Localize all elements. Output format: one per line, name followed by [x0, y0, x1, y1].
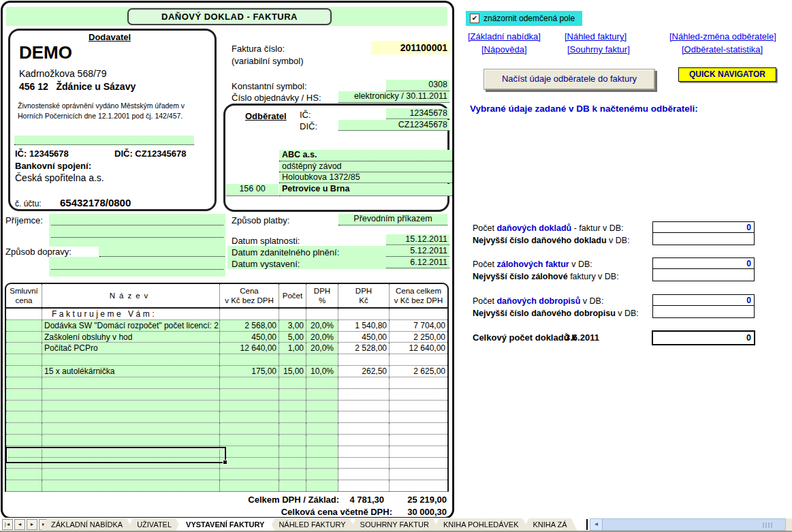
item-price-cell[interactable]	[220, 480, 279, 491]
item-vat-cell[interactable]	[306, 389, 338, 400]
tab-nahled-faktury[interactable]: NÁHLED FAKTURY	[268, 518, 355, 531]
tab-souhrny-faktur[interactable]: SOUHRNY FAKTUR	[350, 518, 439, 531]
customer-dic-field[interactable]: CZ12345678	[338, 120, 449, 131]
contract-price-cell[interactable]	[6, 332, 42, 343]
item-vat-cell[interactable]: 20,0%	[306, 332, 338, 343]
item-price-cell[interactable]	[220, 389, 279, 400]
item-name-cell[interactable]: Zaškolení obsluhy v hod	[42, 332, 220, 343]
item-vat-cell[interactable]: 10,0%	[306, 366, 338, 377]
item-vat-cell[interactable]	[306, 377, 338, 388]
item-vat-cell[interactable]	[306, 480, 338, 491]
contract-price-cell[interactable]	[6, 401, 42, 411]
item-vat-cell[interactable]	[306, 411, 338, 422]
link-invoice-preview[interactable]: [Náhled faktury]	[565, 31, 627, 42]
link-basic-menu[interactable]: [Základní nabídka]	[468, 31, 541, 42]
selected-cell[interactable]	[5, 447, 226, 463]
item-qty-cell[interactable]: 5,00	[279, 332, 306, 343]
scrollbar-grip[interactable]	[763, 522, 773, 528]
contract-price-cell[interactable]	[6, 411, 42, 422]
link-help[interactable]: [Nápověda]	[481, 44, 527, 54]
item-qty-cell[interactable]	[279, 401, 306, 411]
item-qty-cell[interactable]	[279, 446, 306, 457]
customer-ic-field[interactable]: 12345678	[386, 108, 449, 119]
item-qty-cell[interactable]	[279, 458, 306, 469]
next-sheet-button[interactable]: ►	[27, 519, 37, 530]
issue-date-field[interactable]: 6.12.2011	[386, 257, 449, 268]
item-qty-cell[interactable]	[279, 377, 306, 388]
item-qty-cell[interactable]	[279, 469, 306, 480]
contract-price-cell[interactable]	[6, 435, 42, 445]
item-price-cell[interactable]	[220, 401, 279, 411]
link-preview-change-customer[interactable]: [Náhled-změna odběratele]	[669, 31, 776, 42]
item-price-cell[interactable]: 12 640,00	[220, 343, 279, 354]
item-name-cell[interactable]: Počítač PCPro	[42, 343, 220, 354]
item-qty-cell[interactable]	[279, 435, 306, 445]
customer-dept-field[interactable]: odštěpný závod	[279, 161, 452, 172]
tab-zakladni-nabidka[interactable]: ZÁKLADNÍ NABÍDKA	[41, 518, 133, 531]
contract-price-cell[interactable]	[6, 469, 42, 480]
item-name-cell[interactable]	[42, 423, 220, 434]
tab-kniha-pohledavek[interactable]: KNIHA POHLEDÁVEK	[433, 518, 529, 531]
tab-kniha-zavazku[interactable]: KNIHA ZÁ	[523, 518, 577, 531]
item-qty-cell[interactable]	[279, 411, 306, 422]
transport-line-2[interactable]	[51, 260, 223, 270]
contract-price-cell[interactable]	[6, 423, 42, 434]
item-name-cell[interactable]	[42, 389, 220, 400]
item-name-cell[interactable]	[42, 435, 220, 445]
customer-city-field[interactable]: Petrovice u Brna	[279, 184, 452, 196]
item-price-cell[interactable]	[220, 377, 279, 388]
item-qty-cell[interactable]	[279, 423, 306, 434]
item-price-cell[interactable]	[220, 435, 279, 445]
item-price-cell[interactable]	[220, 354, 279, 365]
horizontal-scrollbar[interactable]: ◄	[590, 518, 786, 531]
contract-price-cell[interactable]	[6, 366, 42, 377]
scroll-left-icon[interactable]: ◄	[590, 519, 603, 530]
link-customer-statistics[interactable]: [Odběratel-statistika]	[682, 44, 763, 54]
contract-price-cell[interactable]	[6, 389, 42, 400]
item-name-cell[interactable]	[42, 354, 220, 365]
item-vat-cell[interactable]	[306, 423, 338, 434]
item-name-cell[interactable]	[42, 469, 220, 480]
supplier-extra-field[interactable]	[14, 136, 194, 145]
item-name-cell[interactable]: Dodávka SW "Domácí rozpočet" počet licen…	[42, 320, 220, 331]
customer-name-field[interactable]: ABC a.s.	[279, 150, 452, 161]
item-price-cell[interactable]	[220, 423, 279, 434]
customer-street-field[interactable]: Holoubkova 1372/85	[279, 172, 452, 183]
item-vat-cell[interactable]	[306, 446, 338, 457]
first-sheet-button[interactable]: |◄	[2, 519, 13, 530]
item-name-cell[interactable]	[42, 411, 220, 422]
item-price-cell[interactable]	[220, 411, 279, 422]
item-vat-cell[interactable]	[306, 401, 338, 411]
tab-uzivatel[interactable]: UŽIVATEL	[127, 518, 182, 531]
item-qty-cell[interactable]	[279, 480, 306, 491]
contract-price-cell[interactable]	[6, 377, 42, 388]
item-vat-cell[interactable]: 20,0%	[306, 343, 338, 354]
item-vat-cell[interactable]	[306, 354, 338, 365]
transport-line-1[interactable]	[99, 247, 225, 257]
item-vat-cell[interactable]	[306, 458, 338, 469]
link-invoice-summaries[interactable]: [Souhrny faktur]	[567, 44, 630, 54]
item-vat-cell[interactable]	[306, 469, 338, 480]
contract-price-cell[interactable]	[6, 343, 42, 354]
customer-zip-field[interactable]: 156 00	[226, 184, 279, 196]
load-customer-button[interactable]: Načíst údaje odběratele do faktury	[484, 69, 655, 90]
tab-vystaveni-faktury[interactable]: VYSTAVENÍ FAKTURY	[176, 518, 274, 531]
recipient-line-2[interactable]	[51, 228, 223, 238]
recipient-line-1[interactable]	[51, 216, 223, 225]
item-qty-cell[interactable]	[279, 354, 306, 365]
item-price-cell[interactable]	[220, 458, 279, 469]
item-qty-cell[interactable]: 1,00	[279, 343, 306, 354]
item-name-cell[interactable]	[42, 401, 220, 411]
item-price-cell[interactable]: 2 568,00	[220, 320, 279, 331]
item-price-cell[interactable]: 450,00	[220, 332, 279, 343]
item-name-cell[interactable]: 15 x autolékárnička	[42, 366, 220, 377]
const-symbol-field[interactable]: 0308	[386, 80, 449, 91]
contract-price-cell[interactable]	[6, 480, 42, 491]
item-price-cell[interactable]: 175,00	[220, 366, 279, 377]
order-number-field[interactable]: elektronicky / 30.11.2011	[338, 91, 449, 103]
item-price-cell[interactable]	[220, 469, 279, 480]
item-name-cell[interactable]	[42, 377, 220, 388]
checkbox-checked-icon[interactable]: ✔	[470, 14, 479, 23]
invoice-number-field[interactable]: 201100001	[371, 41, 450, 54]
due-date-field[interactable]: 15.12.2011	[386, 234, 449, 245]
